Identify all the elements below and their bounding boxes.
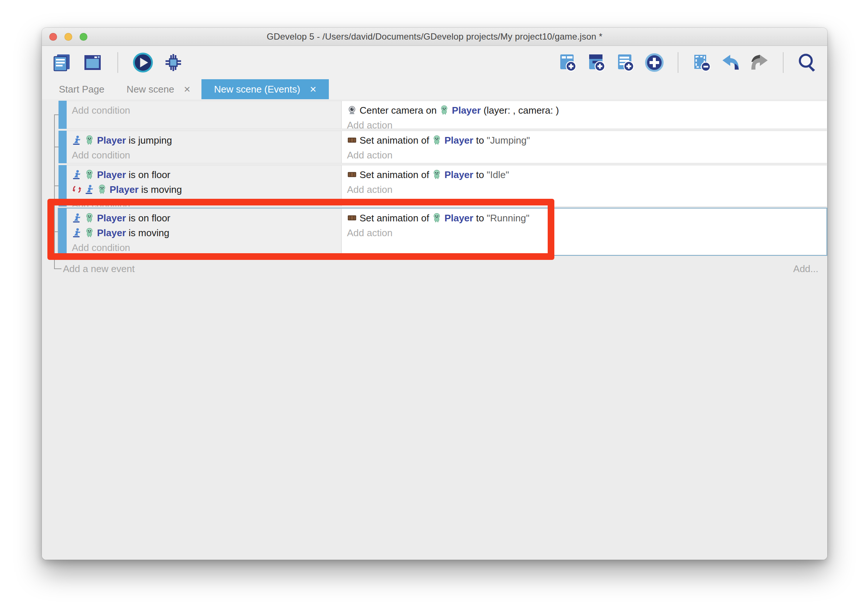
tab-new-scene[interactable]: New scene × [116,79,201,99]
object-name: Player [110,184,138,195]
object-name: Player [97,135,126,146]
action[interactable]: Set animation of Player to "Jumping" [347,133,822,148]
parameter-value: "Jumping" [487,135,530,146]
object-name: Player [444,135,473,146]
object-name: Player [97,169,126,180]
events-sheet: Add conditionCenter camera on Player (la… [42,99,827,560]
parameter-value: "Idle" [487,169,509,180]
instruction-text: is jumping [126,135,172,146]
toolbar-separator [783,52,783,73]
action[interactable]: Set animation of Player to "Idle" [347,167,822,182]
instruction-text: Set animation of [360,135,432,146]
player-icon [85,169,94,179]
add-action-button[interactable]: Add action [347,118,822,129]
animation-icon [347,134,357,145]
add-event-icon[interactable] [557,52,579,73]
instruction-text: is on floor [126,169,170,180]
events-footer: Add a new event Add... [63,261,818,277]
player-icon [85,134,94,145]
zoom-window-button[interactable] [80,33,87,41]
add-action-button[interactable]: Add action [347,182,822,197]
tab-bar: Start Page New scene × New scene (Events… [42,79,827,99]
conditions-cell: Player is jumpingAdd condition [67,131,341,163]
instruction-text: (layer: , camera: ) [481,105,559,116]
event-drag-handle[interactable] [58,101,67,129]
add-condition-button[interactable]: Add condition [72,103,336,118]
player-icon [97,184,107,193]
event-row[interactable]: Add conditionCenter camera on Player (la… [58,101,827,129]
condition[interactable]: Player is on floor [72,167,336,182]
traffic-lights [49,33,87,41]
toolbar-left-group [52,52,184,73]
scene-editor-icon[interactable] [82,52,103,73]
add-button[interactable]: Add... [793,261,818,277]
conditions-cell: Add condition [67,101,341,129]
add-icon[interactable] [643,52,665,73]
tab-label: New scene (Events) [214,84,300,95]
close-icon[interactable]: × [310,84,317,95]
animation-icon [347,169,357,179]
camera-icon [347,104,357,115]
toolbar [42,46,827,79]
redo-icon[interactable] [749,52,770,73]
play-icon[interactable] [132,52,154,73]
instruction-text: Center camera on [360,105,439,116]
invert-icon [72,184,82,193]
instruction-text: to [473,135,487,146]
add-comment-icon[interactable] [615,52,636,73]
player-icon [432,169,442,179]
screen: GDevelop 5 - /Users/david/Documents/GDev… [0,0,868,616]
actions-cell: Set animation of Player to "Jumping"Add … [341,131,827,163]
tab-label: Start Page [59,84,104,95]
tree-branch-line [54,185,58,186]
undo-icon[interactable] [720,52,741,73]
search-icon[interactable] [796,52,818,73]
add-new-event-button[interactable]: Add a new event [63,261,135,277]
add-condition-button[interactable]: Add condition [72,148,336,162]
window-title: GDevelop 5 - /Users/david/Documents/GDev… [267,31,602,42]
minimize-window-button[interactable] [64,33,72,41]
tab-start-page[interactable]: Start Page [48,79,116,99]
toolbar-separator [678,52,678,73]
project-manager-icon[interactable] [52,52,73,73]
tree-branch-line [54,115,58,115]
actions-cell: Center camera on Player (layer: , camera… [341,101,827,129]
condition[interactable]: Player is moving [72,182,336,197]
toolbar-separator [117,52,118,73]
event-row[interactable]: Player is jumpingAdd conditionSet animat… [58,131,827,163]
add-subevent-icon[interactable] [586,52,607,73]
close-window-button[interactable] [49,33,57,41]
tab-new-scene-events[interactable]: New scene (Events) × [201,79,329,99]
debug-icon[interactable] [163,52,184,73]
add-action-button[interactable]: Add action [347,148,822,162]
action[interactable]: Center camera on Player (layer: , camera… [347,103,822,118]
event-drag-handle[interactable] [58,131,67,163]
title-bar[interactable]: GDevelop 5 - /Users/david/Documents/GDev… [42,28,827,46]
player-icon [439,104,449,115]
close-icon[interactable]: × [184,84,190,95]
gdevelop-window: GDevelop 5 - /Users/david/Documents/GDev… [42,28,827,560]
platformer-icon [85,184,94,193]
annotation-highlight-box [47,199,554,260]
instruction-text: Set animation of [360,169,432,180]
platformer-icon [72,169,82,179]
platformer-icon [72,134,82,145]
toolbar-right-group [557,52,818,73]
remove-selection-icon[interactable] [691,52,712,73]
instruction-text: to [473,169,487,180]
tree-branch-line [54,269,61,269]
tree-branch-line [54,146,58,147]
condition[interactable]: Player is jumping [72,133,336,148]
object-name: Player [452,105,481,116]
object-name: Player [444,169,473,180]
tab-label: New scene [127,84,175,95]
instruction-text: is moving [138,184,182,195]
player-icon [432,134,442,145]
